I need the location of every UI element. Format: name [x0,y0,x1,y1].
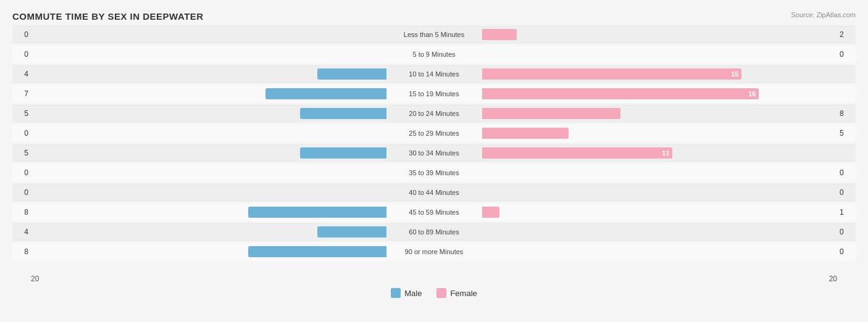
female-bar-container [482,108,837,119]
male-bar [317,226,386,237]
female-bar [482,29,517,40]
male-bar [248,246,386,257]
female-value: 1 [837,208,856,217]
male-bar-container [32,226,386,237]
row-label: 45 to 59 Minutes [386,208,482,216]
row-label: 40 to 44 Minutes [386,189,482,196]
female-value: 5 [837,129,856,138]
bars-wrapper: 90 or more Minutes [31,246,837,257]
axis-right: 20 [829,275,837,283]
table-row: 0Less than 5 Minutes2 [12,25,856,44]
bars-wrapper: 20 to 24 Minutes [31,108,837,119]
female-value-badge: 15 [731,70,738,78]
female-value: 0 [837,50,856,59]
chart-title: COMMUTE TIME BY SEX IN DEEPWATER [12,11,856,22]
legend: Male Female [12,288,856,298]
male-bar-container [32,108,386,119]
male-value: 0 [12,30,31,39]
bars-wrapper: 5 to 9 Minutes [31,49,837,60]
row-label: 15 to 19 Minutes [386,90,482,97]
male-bar-container [32,187,386,198]
female-value: 2 [837,30,856,39]
bars-wrapper: 60 to 89 Minutes [31,226,837,237]
axis-labels: 20 20 [12,275,856,283]
female-bar [482,128,569,139]
row-label: 25 to 29 Minutes [386,130,482,137]
table-row: 035 to 39 Minutes0 [12,163,856,182]
bars-wrapper: 10 to 14 Minutes15 [31,68,837,80]
axis-left: 20 [31,275,39,283]
male-value: 8 [12,208,31,217]
male-bar [317,68,386,80]
male-value: 4 [12,70,31,78]
table-row: 715 to 19 Minutes16 [12,85,856,103]
chart-area: 0Less than 5 Minutes205 to 9 Minutes0410… [12,25,856,272]
row-label: 90 or more Minutes [386,248,482,255]
table-row: 845 to 59 Minutes1 [12,203,856,221]
female-value-badge: 11 [662,149,669,157]
male-bar-container [32,167,386,178]
male-bar-container [32,88,386,99]
legend-male-label: Male [404,289,422,298]
female-bar-container [482,207,837,218]
bars-wrapper: 25 to 29 Minutes [31,128,837,139]
table-row: 890 or more Minutes0 [12,242,856,261]
male-bar [265,88,386,99]
chart-container: COMMUTE TIME BY SEX IN DEEPWATER Source:… [0,0,868,322]
bars-wrapper: 30 to 34 Minutes11 [31,147,837,159]
bars-wrapper: 40 to 44 Minutes [31,187,837,198]
female-bar-container [482,49,837,60]
chart-source: Source: ZipAtlas.com [791,11,856,19]
male-bar-container [32,49,386,60]
female-value: 0 [837,168,856,177]
female-bar: 16 [482,88,759,99]
table-row: 025 to 29 Minutes5 [12,124,856,142]
legend-female-box [436,288,446,298]
female-bar-container [482,128,837,139]
female-bar-container: 16 [482,88,837,99]
row-label: 20 to 24 Minutes [386,110,482,117]
female-bar-container [482,29,837,40]
bars-wrapper: 45 to 59 Minutes [31,207,837,218]
male-bar [300,108,386,119]
male-bar-container [32,246,386,257]
female-bar-container [482,226,837,237]
female-bar-container: 15 [482,68,837,80]
female-value-badge: 16 [748,90,756,97]
table-row: 530 to 34 Minutes11 [12,144,856,162]
female-bar [482,207,499,218]
male-bar-container [32,147,386,159]
bars-wrapper: 15 to 19 Minutes16 [31,88,837,99]
legend-female: Female [436,288,477,298]
female-bar-container: 11 [482,147,837,159]
male-bar-container [32,29,386,40]
male-value: 0 [12,129,31,138]
male-bar-container [32,68,386,80]
row-label: 35 to 39 Minutes [386,169,482,176]
male-value: 0 [12,188,31,197]
male-value: 5 [12,109,31,118]
female-bar-container [482,167,837,178]
male-value: 0 [12,168,31,177]
female-bar: 15 [482,68,741,80]
male-bar [248,207,386,218]
table-row: 520 to 24 Minutes8 [12,104,856,123]
female-bar-container [482,187,837,198]
male-value: 5 [12,149,31,157]
row-label: 5 to 9 Minutes [386,51,482,58]
table-row: 410 to 14 Minutes15 [12,65,856,83]
male-bar [300,147,386,159]
male-value: 7 [12,89,31,98]
female-bar-container [482,246,837,257]
legend-female-label: Female [450,289,477,298]
female-bar: 11 [482,147,672,159]
female-value: 0 [837,228,856,236]
row-label: Less than 5 Minutes [386,31,482,38]
row-label: 30 to 34 Minutes [386,149,482,157]
male-value: 0 [12,50,31,59]
female-value: 8 [837,109,856,118]
male-value: 8 [12,247,31,256]
row-label: 60 to 89 Minutes [386,228,482,236]
female-bar [482,108,620,119]
legend-male-box [391,288,401,298]
